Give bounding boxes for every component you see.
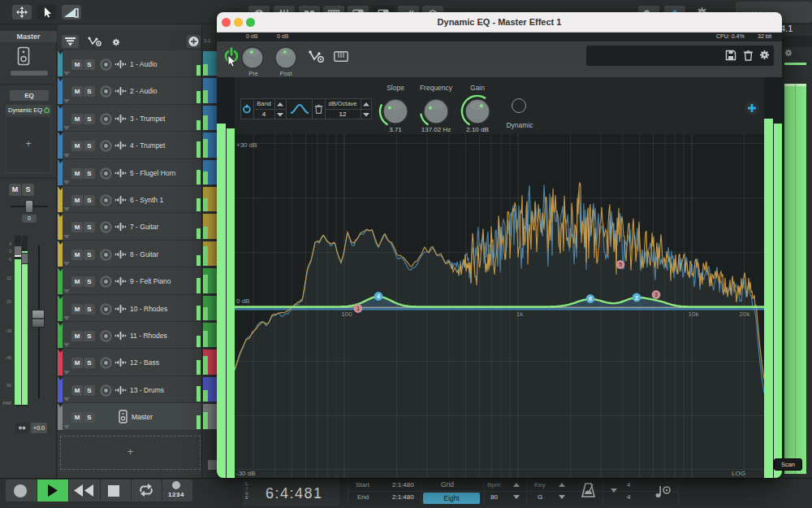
svg-text:10k: 10k	[689, 310, 700, 318]
svg-text:5: 5	[619, 262, 622, 267]
svg-text:3: 3	[654, 292, 658, 297]
svg-text:100: 100	[341, 310, 352, 318]
svg-text:1: 1	[356, 306, 360, 311]
svg-text:-30 dB: -30 dB	[236, 470, 256, 477]
svg-text:4: 4	[377, 293, 380, 299]
svg-text:1k: 1k	[516, 310, 524, 318]
svg-text:2: 2	[635, 295, 638, 301]
svg-text:6: 6	[589, 296, 592, 302]
svg-text:LOG: LOG	[732, 470, 745, 477]
svg-text:20k: 20k	[740, 310, 751, 318]
svg-text:0 dB: 0 dB	[236, 297, 249, 305]
svg-text:+30 dB: +30 dB	[236, 141, 257, 149]
